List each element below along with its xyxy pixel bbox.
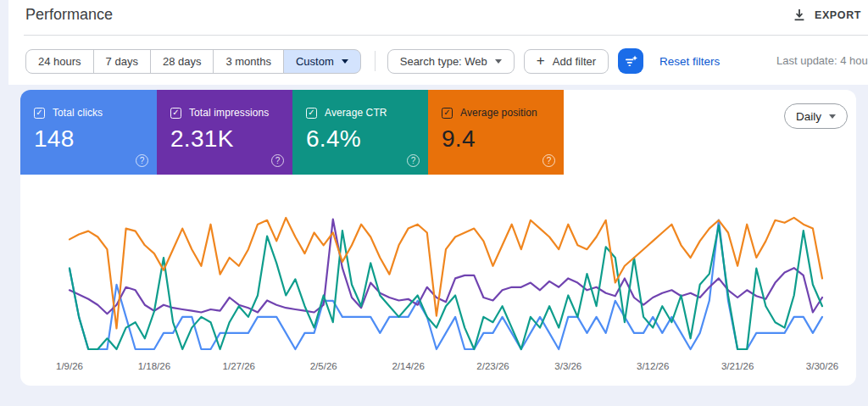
date-range-28-days[interactable]: 28 days <box>150 49 214 74</box>
x-axis-tick-label: 3/3/26 <box>554 361 581 371</box>
metric-value: 2.31K <box>170 125 234 153</box>
caret-down-icon <box>342 59 348 64</box>
search-type-dropdown[interactable]: Search type: Web <box>387 49 515 74</box>
metric-label: Total impressions <box>189 107 269 119</box>
caret-down-icon <box>495 59 502 64</box>
x-axis-tick-label: 3/21/26 <box>721 361 754 371</box>
date-range-3-months[interactable]: 3 months <box>213 49 283 74</box>
x-axis-tick-label: 3/12/26 <box>637 361 669 371</box>
checkbox-checked-icon[interactable]: ✓ <box>306 108 317 119</box>
metric-card-average-ctr[interactable]: ✓ Average CTR 6.4% ? <box>292 90 428 175</box>
caret-down-icon <box>829 114 836 119</box>
help-icon[interactable]: ? <box>542 154 555 167</box>
metric-card-average-position[interactable]: ✓ Average position 9.4 ? <box>428 90 564 175</box>
date-range-24-hours[interactable]: 24 hours <box>25 49 94 74</box>
checkbox-checked-icon[interactable]: ✓ <box>34 108 45 119</box>
x-axis-tick-label: 2/5/26 <box>310 361 337 371</box>
smart-filter-button[interactable] <box>618 48 643 74</box>
header-divider <box>24 35 868 36</box>
metric-card-total-impressions[interactable]: ✓ Total impressions 2.31K ? <box>157 90 292 175</box>
granularity-dropdown[interactable]: Daily <box>784 103 848 129</box>
help-icon[interactable]: ? <box>407 154 420 167</box>
help-icon[interactable]: ? <box>136 154 148 167</box>
date-range-group: 24 hours 7 days 28 days 3 months Custom <box>25 49 361 74</box>
chart-line-clicks <box>70 220 822 350</box>
metric-label: Average CTR <box>325 107 387 119</box>
metric-label: Average position <box>460 107 537 119</box>
last-update-text: Last update: 4 hours ago <box>776 48 868 74</box>
toolbar-separator <box>375 51 376 71</box>
x-axis-tick-label: 2/23/26 <box>476 361 509 371</box>
x-axis-tick-label: 1/27/26 <box>223 361 255 371</box>
metric-value: 148 <box>34 125 75 153</box>
download-icon <box>793 8 806 22</box>
filter-sparkle-icon <box>624 55 638 68</box>
reset-filters-link[interactable]: Reset filters <box>659 55 720 68</box>
export-label: EXPORT <box>815 9 861 21</box>
page-title: Performance <box>25 6 113 24</box>
checkbox-checked-icon[interactable]: ✓ <box>442 108 453 119</box>
x-axis-tick-label: 3/30/26 <box>806 361 838 371</box>
x-axis-tick-label: 1/9/26 <box>56 361 83 371</box>
x-axis-tick-label: 2/14/26 <box>392 361 424 371</box>
performance-panel: ✓ Total clicks 148 ? ✓ Total impressions… <box>20 90 856 386</box>
metric-label: Total clicks <box>53 107 103 119</box>
performance-chart[interactable]: 1/9/261/18/261/27/262/5/262/14/262/23/26… <box>20 192 856 386</box>
checkbox-checked-icon[interactable]: ✓ <box>170 108 181 119</box>
export-button[interactable]: EXPORT <box>789 7 865 24</box>
metric-value: 9.4 <box>442 125 476 153</box>
filter-toolbar: 24 hours 7 days 28 days 3 months Custom … <box>25 48 720 74</box>
add-filter-button[interactable]: + Add filter <box>524 49 609 74</box>
x-axis-tick-label: 1/18/26 <box>138 361 170 371</box>
plus-icon: + <box>537 53 545 68</box>
metric-value: 6.4% <box>306 125 361 153</box>
metric-card-total-clicks[interactable]: ✓ Total clicks 148 ? <box>20 90 157 175</box>
date-range-7-days[interactable]: 7 days <box>93 49 151 74</box>
help-icon[interactable]: ? <box>271 154 284 167</box>
date-range-custom[interactable]: Custom <box>283 49 361 74</box>
